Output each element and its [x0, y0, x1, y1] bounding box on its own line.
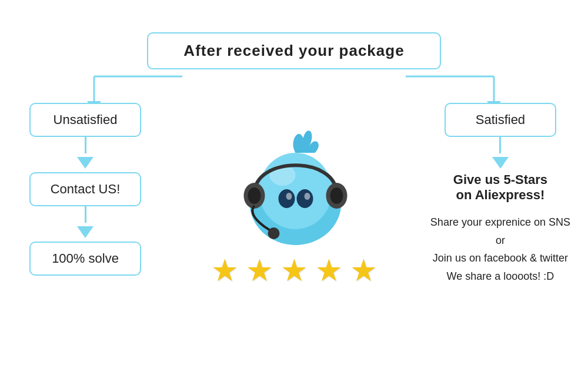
svg-point-14	[248, 187, 260, 204]
svg-point-16	[330, 187, 343, 204]
arrow-line-2	[85, 206, 86, 223]
unsatisfied-box: Unsatisfied	[29, 103, 141, 137]
satisfied-label: Satisfied	[476, 112, 525, 127]
contact-label: Contact US!	[51, 182, 121, 196]
solve-box: 100% solve	[29, 242, 141, 276]
title-box: After received your package	[147, 32, 440, 69]
center-area: ★ ★ ★ ★ ★	[211, 112, 377, 288]
title-text: After received your package	[183, 42, 404, 59]
star-4: ★	[315, 253, 343, 288]
contact-box: Contact US!	[29, 172, 141, 206]
arrow-down-right-1	[492, 157, 509, 169]
star-1: ★	[211, 253, 239, 288]
share-line4: We share a loooots! :D	[447, 270, 554, 282]
svg-point-11	[286, 193, 292, 200]
share-line3: Join us on facebook & twitter	[433, 252, 568, 264]
svg-point-10	[296, 189, 313, 208]
stars-row: ★ ★ ★ ★ ★	[211, 253, 377, 288]
arrow-down-1	[77, 157, 93, 169]
right-column: Satisfied Give us 5-Stars on Aliexpress!…	[430, 103, 570, 285]
share-text: Share your exprenice on SNS or Join us o…	[430, 213, 570, 285]
give-stars-text: Give us 5-Stars on Aliexpress!	[453, 172, 547, 203]
svg-point-12	[304, 193, 310, 200]
svg-point-17	[268, 227, 279, 239]
give-stars-line2: on Aliexpress!	[456, 187, 545, 202]
star-2: ★	[246, 253, 273, 288]
star-5: ★	[350, 253, 377, 288]
svg-point-9	[278, 189, 295, 208]
mascot-image	[229, 112, 359, 247]
solve-label: 100% solve	[52, 251, 119, 266]
page-container: After received your package Unsatisfied …	[0, 0, 588, 392]
left-column: Unsatisfied Contact US! 100% solve	[29, 103, 141, 276]
give-stars-line1: Give us 5-Stars	[453, 172, 547, 187]
share-line1: Share your exprenice on SNS	[430, 216, 570, 228]
satisfied-box: Satisfied	[445, 103, 556, 137]
arrow-line-right-1	[499, 137, 501, 153]
arrow-line-1	[85, 137, 86, 153]
share-line2: or	[496, 234, 505, 246]
star-3: ★	[280, 253, 308, 288]
arrow-down-2	[77, 226, 93, 238]
unsatisfied-label: Unsatisfied	[54, 112, 118, 127]
